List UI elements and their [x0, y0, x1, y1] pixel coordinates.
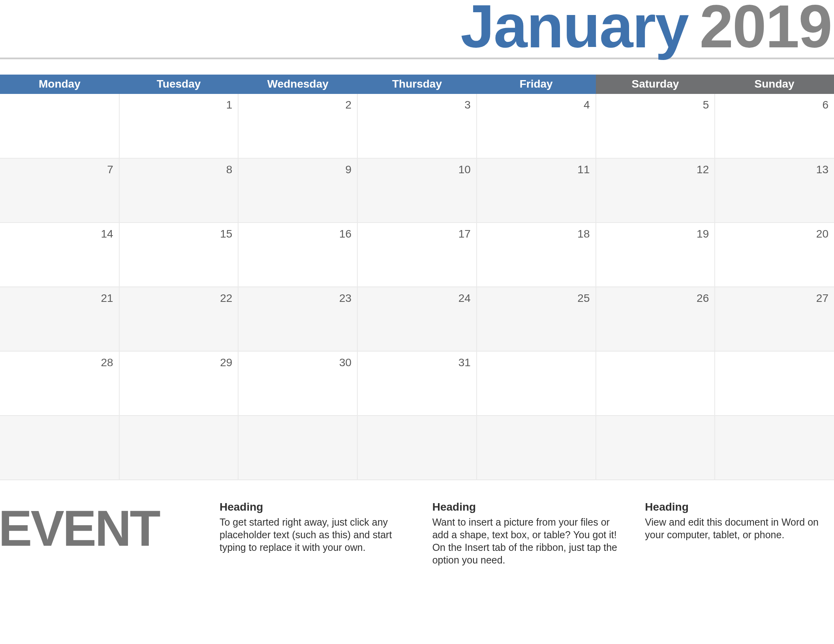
- day-cell[interactable]: 20: [715, 223, 834, 287]
- day-cell[interactable]: [596, 416, 715, 480]
- month-title: January: [460, 0, 688, 57]
- calendar-row: 14 15 16 17 18 19 20: [0, 223, 834, 287]
- day-cell[interactable]: 27: [715, 287, 834, 351]
- note-body[interactable]: Want to insert a picture from your files…: [432, 516, 618, 566]
- day-cell[interactable]: 5: [596, 94, 715, 158]
- footer-block: EVENT Heading To get started right away,…: [0, 501, 834, 566]
- calendar-row: 28 29 30 31: [0, 351, 834, 416]
- day-header: Tuesday: [119, 75, 239, 94]
- note-body[interactable]: To get started right away, just click an…: [220, 516, 405, 554]
- day-cell[interactable]: [238, 416, 357, 480]
- day-cell[interactable]: 28: [0, 351, 119, 416]
- day-cell[interactable]: 3: [357, 94, 477, 158]
- day-header: Saturday: [596, 75, 715, 94]
- day-cell[interactable]: 25: [477, 287, 596, 351]
- day-cell[interactable]: 15: [119, 223, 239, 287]
- note-column: Heading Want to insert a picture from yo…: [432, 501, 629, 566]
- day-header: Sunday: [715, 75, 834, 94]
- day-cell[interactable]: 30: [238, 351, 357, 416]
- day-cell[interactable]: 10: [357, 158, 477, 223]
- day-cell[interactable]: [119, 416, 239, 480]
- day-cell[interactable]: 9: [238, 158, 357, 223]
- day-cell[interactable]: 17: [357, 223, 477, 287]
- calendar-grid: Monday Tuesday Wednesday Thursday Friday…: [0, 75, 834, 480]
- day-header: Monday: [0, 75, 119, 94]
- note-heading[interactable]: Heading: [220, 501, 405, 513]
- calendar-row: [0, 416, 834, 480]
- day-cell[interactable]: 11: [477, 158, 596, 223]
- day-cell[interactable]: 6: [715, 94, 834, 158]
- day-cell[interactable]: [715, 416, 834, 480]
- calendar-row: 1 2 3 4 5 6: [0, 94, 834, 158]
- day-cell[interactable]: 23: [238, 287, 357, 351]
- day-cell[interactable]: 7: [0, 158, 119, 223]
- day-cell[interactable]: 1: [119, 94, 239, 158]
- title-block: January 2019: [0, 0, 834, 57]
- day-cell[interactable]: [0, 94, 119, 158]
- day-cell[interactable]: [357, 416, 477, 480]
- day-header: Thursday: [357, 75, 477, 94]
- day-header: Friday: [477, 75, 596, 94]
- note-heading[interactable]: Heading: [645, 501, 830, 513]
- day-cell[interactable]: [596, 351, 715, 416]
- day-cell[interactable]: 4: [477, 94, 596, 158]
- day-cell[interactable]: [477, 416, 596, 480]
- calendar-row: 7 8 9 10 11 12 13: [0, 158, 834, 223]
- day-cell[interactable]: 21: [0, 287, 119, 351]
- calendar-page: January 2019 Monday Tuesday Wednesday Th…: [0, 0, 834, 640]
- year-title: 2019: [699, 0, 834, 57]
- note-body[interactable]: View and edit this document in Word on y…: [645, 516, 830, 541]
- day-header-row: Monday Tuesday Wednesday Thursday Friday…: [0, 75, 834, 94]
- day-cell[interactable]: 29: [119, 351, 239, 416]
- day-cell[interactable]: [0, 416, 119, 480]
- day-cell[interactable]: 2: [238, 94, 357, 158]
- day-cell[interactable]: 16: [238, 223, 357, 287]
- day-cell[interactable]: 24: [357, 287, 477, 351]
- day-cell[interactable]: 22: [119, 287, 239, 351]
- day-cell[interactable]: 18: [477, 223, 596, 287]
- day-cell[interactable]: 19: [596, 223, 715, 287]
- day-cell[interactable]: 31: [357, 351, 477, 416]
- day-cell[interactable]: 8: [119, 158, 239, 223]
- day-cell[interactable]: 12: [596, 158, 715, 223]
- day-cell[interactable]: 26: [596, 287, 715, 351]
- calendar-row: 21 22 23 24 25 26 27: [0, 287, 834, 351]
- day-cell[interactable]: 13: [715, 158, 834, 223]
- day-cell[interactable]: [715, 351, 834, 416]
- day-cell[interactable]: [477, 351, 596, 416]
- note-column: Heading To get started right away, just …: [220, 501, 417, 554]
- event-title: EVENT: [0, 505, 204, 551]
- note-heading[interactable]: Heading: [432, 501, 618, 513]
- day-cell[interactable]: 14: [0, 223, 119, 287]
- note-column: Heading View and edit this document in W…: [645, 501, 834, 541]
- day-header: Wednesday: [238, 75, 357, 94]
